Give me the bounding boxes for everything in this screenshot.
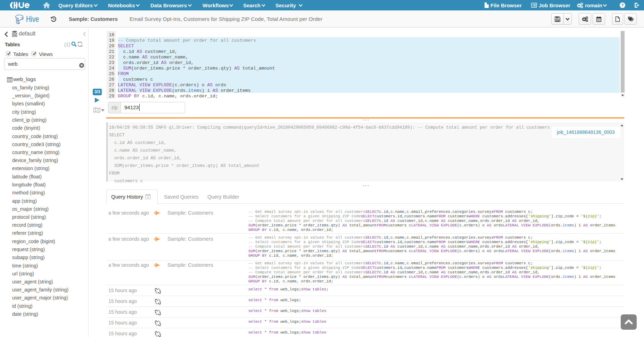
svg-text:?: ? xyxy=(621,3,624,7)
